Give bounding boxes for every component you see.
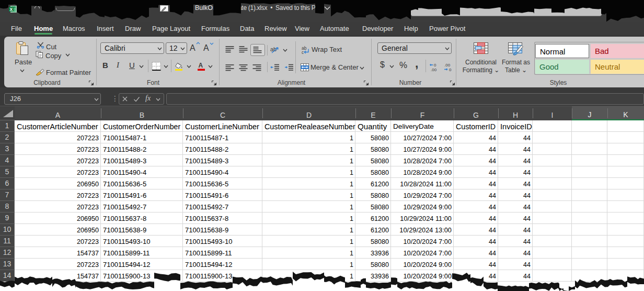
svg-text:0: 0 <box>434 63 436 68</box>
svg-text:0: 0 <box>449 68 452 72</box>
svg-text:A: A <box>199 62 203 69</box>
svg-text:.00: .00 <box>444 63 451 68</box>
svg-text:X: X <box>10 7 13 12</box>
svg-text:.00: .00 <box>431 68 437 72</box>
